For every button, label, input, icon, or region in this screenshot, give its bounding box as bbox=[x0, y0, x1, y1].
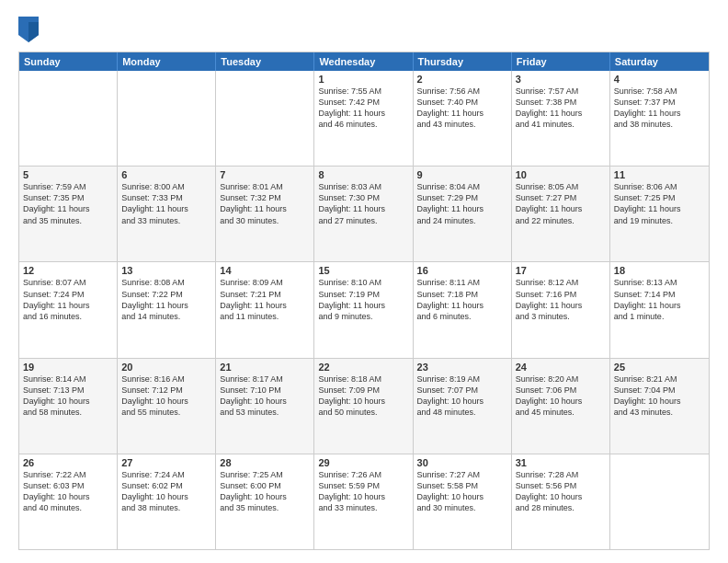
calendar: SundayMondayTuesdayWednesdayThursdayFrid… bbox=[18, 52, 710, 550]
cell-info: Sunrise: 8:21 AM Sunset: 7:04 PM Dayligh… bbox=[614, 373, 705, 419]
cell-info: Sunrise: 8:13 AM Sunset: 7:14 PM Dayligh… bbox=[614, 277, 705, 322]
calendar-cell: 22Sunrise: 8:18 AM Sunset: 7:09 PM Dayli… bbox=[314, 359, 413, 454]
day-number: 10 bbox=[516, 169, 606, 180]
calendar-cell: 8Sunrise: 8:03 AM Sunset: 7:30 PM Daylig… bbox=[314, 167, 413, 261]
cell-info: Sunrise: 8:19 AM Sunset: 7:07 PM Dayligh… bbox=[417, 373, 507, 419]
cell-info: Sunrise: 8:04 AM Sunset: 7:29 PM Dayligh… bbox=[417, 181, 507, 226]
calendar-cell: 12Sunrise: 8:07 AM Sunset: 7:24 PM Dayli… bbox=[19, 262, 118, 357]
header bbox=[18, 17, 710, 42]
day-number: 30 bbox=[417, 457, 507, 468]
cell-info: Sunrise: 8:07 AM Sunset: 7:24 PM Dayligh… bbox=[23, 277, 113, 322]
calendar-row: 5Sunrise: 7:59 AM Sunset: 7:35 PM Daylig… bbox=[19, 166, 709, 261]
day-number: 31 bbox=[516, 457, 606, 468]
calendar-cell: 31Sunrise: 7:28 AM Sunset: 5:56 PM Dayli… bbox=[512, 454, 610, 549]
calendar-cell: 24Sunrise: 8:20 AM Sunset: 7:06 PM Dayli… bbox=[512, 359, 610, 454]
calendar-cell: 29Sunrise: 7:26 AM Sunset: 5:59 PM Dayli… bbox=[314, 454, 413, 549]
calendar-cell: 27Sunrise: 7:24 AM Sunset: 6:02 PM Dayli… bbox=[118, 454, 216, 549]
calendar-cell: 18Sunrise: 8:13 AM Sunset: 7:14 PM Dayli… bbox=[610, 262, 709, 357]
calendar-cell: 23Sunrise: 8:19 AM Sunset: 7:07 PM Dayli… bbox=[414, 359, 512, 454]
cell-info: Sunrise: 8:03 AM Sunset: 7:30 PM Dayligh… bbox=[318, 181, 408, 226]
logo-icon bbox=[18, 17, 39, 42]
day-number: 11 bbox=[614, 169, 705, 180]
cell-info: Sunrise: 7:58 AM Sunset: 7:37 PM Dayligh… bbox=[614, 86, 705, 131]
calendar-cell bbox=[118, 71, 216, 166]
calendar-cell: 13Sunrise: 8:08 AM Sunset: 7:22 PM Dayli… bbox=[118, 262, 216, 357]
calendar-cell: 26Sunrise: 7:22 AM Sunset: 6:03 PM Dayli… bbox=[19, 454, 118, 549]
day-number: 29 bbox=[318, 457, 408, 468]
day-number: 5 bbox=[23, 169, 113, 180]
day-number: 7 bbox=[220, 169, 310, 180]
day-number: 1 bbox=[318, 74, 408, 85]
day-number: 13 bbox=[121, 265, 211, 276]
cell-info: Sunrise: 8:20 AM Sunset: 7:06 PM Dayligh… bbox=[516, 373, 606, 419]
day-number: 8 bbox=[318, 169, 408, 180]
day-number: 15 bbox=[318, 265, 408, 276]
calendar-cell: 30Sunrise: 7:27 AM Sunset: 5:58 PM Dayli… bbox=[414, 454, 512, 549]
calendar-row: 1Sunrise: 7:55 AM Sunset: 7:42 PM Daylig… bbox=[19, 71, 709, 166]
calendar-cell bbox=[610, 454, 709, 549]
cell-info: Sunrise: 7:55 AM Sunset: 7:42 PM Dayligh… bbox=[318, 86, 408, 131]
day-number: 18 bbox=[614, 265, 705, 276]
calendar-body: 1Sunrise: 7:55 AM Sunset: 7:42 PM Daylig… bbox=[19, 71, 709, 549]
cell-info: Sunrise: 7:25 AM Sunset: 6:00 PM Dayligh… bbox=[220, 469, 310, 514]
svg-marker-1 bbox=[28, 22, 39, 42]
logo bbox=[18, 17, 42, 42]
cell-info: Sunrise: 7:28 AM Sunset: 5:56 PM Dayligh… bbox=[516, 469, 606, 514]
calendar-cell: 20Sunrise: 8:16 AM Sunset: 7:12 PM Dayli… bbox=[118, 359, 216, 454]
cell-info: Sunrise: 8:14 AM Sunset: 7:13 PM Dayligh… bbox=[23, 373, 113, 419]
day-number: 27 bbox=[121, 457, 211, 468]
day-number: 24 bbox=[516, 362, 606, 373]
cell-info: Sunrise: 7:22 AM Sunset: 6:03 PM Dayligh… bbox=[23, 469, 113, 514]
calendar-row: 26Sunrise: 7:22 AM Sunset: 6:03 PM Dayli… bbox=[19, 454, 709, 549]
calendar-cell: 10Sunrise: 8:05 AM Sunset: 7:27 PM Dayli… bbox=[512, 167, 610, 261]
weekday-header: Monday bbox=[118, 52, 216, 71]
cell-info: Sunrise: 8:09 AM Sunset: 7:21 PM Dayligh… bbox=[220, 277, 310, 322]
calendar-cell: 28Sunrise: 7:25 AM Sunset: 6:00 PM Dayli… bbox=[216, 454, 314, 549]
calendar-cell: 7Sunrise: 8:01 AM Sunset: 7:32 PM Daylig… bbox=[216, 167, 314, 261]
calendar-cell: 19Sunrise: 8:14 AM Sunset: 7:13 PM Dayli… bbox=[19, 359, 118, 454]
cell-info: Sunrise: 8:16 AM Sunset: 7:12 PM Dayligh… bbox=[121, 373, 211, 419]
cell-info: Sunrise: 8:12 AM Sunset: 7:16 PM Dayligh… bbox=[516, 277, 606, 322]
calendar-cell: 17Sunrise: 8:12 AM Sunset: 7:16 PM Dayli… bbox=[512, 262, 610, 357]
day-number: 3 bbox=[516, 74, 606, 85]
cell-info: Sunrise: 7:59 AM Sunset: 7:35 PM Dayligh… bbox=[23, 181, 113, 226]
calendar-header: SundayMondayTuesdayWednesdayThursdayFrid… bbox=[19, 52, 709, 71]
calendar-cell: 25Sunrise: 8:21 AM Sunset: 7:04 PM Dayli… bbox=[610, 359, 709, 454]
cell-info: Sunrise: 8:10 AM Sunset: 7:19 PM Dayligh… bbox=[318, 277, 408, 322]
calendar-cell: 6Sunrise: 8:00 AM Sunset: 7:33 PM Daylig… bbox=[118, 167, 216, 261]
cell-info: Sunrise: 8:01 AM Sunset: 7:32 PM Dayligh… bbox=[220, 181, 310, 226]
calendar-cell bbox=[19, 71, 118, 166]
day-number: 6 bbox=[121, 169, 211, 180]
day-number: 4 bbox=[614, 74, 705, 85]
cell-info: Sunrise: 7:27 AM Sunset: 5:58 PM Dayligh… bbox=[417, 469, 507, 514]
cell-info: Sunrise: 8:05 AM Sunset: 7:27 PM Dayligh… bbox=[516, 181, 606, 226]
day-number: 20 bbox=[121, 362, 211, 373]
day-number: 28 bbox=[220, 457, 310, 468]
day-number: 22 bbox=[318, 362, 408, 373]
day-number: 23 bbox=[417, 362, 507, 373]
page: SundayMondayTuesdayWednesdayThursdayFrid… bbox=[0, 0, 728, 563]
day-number: 26 bbox=[23, 457, 113, 468]
weekday-header: Wednesday bbox=[314, 52, 413, 71]
calendar-cell: 5Sunrise: 7:59 AM Sunset: 7:35 PM Daylig… bbox=[19, 167, 118, 261]
calendar-cell: 9Sunrise: 8:04 AM Sunset: 7:29 PM Daylig… bbox=[414, 167, 512, 261]
calendar-cell bbox=[216, 71, 314, 166]
calendar-cell: 21Sunrise: 8:17 AM Sunset: 7:10 PM Dayli… bbox=[216, 359, 314, 454]
day-number: 17 bbox=[516, 265, 606, 276]
cell-info: Sunrise: 8:08 AM Sunset: 7:22 PM Dayligh… bbox=[121, 277, 211, 322]
day-number: 25 bbox=[614, 362, 705, 373]
calendar-cell: 4Sunrise: 7:58 AM Sunset: 7:37 PM Daylig… bbox=[610, 71, 709, 166]
calendar-cell: 11Sunrise: 8:06 AM Sunset: 7:25 PM Dayli… bbox=[610, 167, 709, 261]
calendar-row: 19Sunrise: 8:14 AM Sunset: 7:13 PM Dayli… bbox=[19, 358, 709, 454]
cell-info: Sunrise: 7:24 AM Sunset: 6:02 PM Dayligh… bbox=[121, 469, 211, 514]
weekday-header: Saturday bbox=[610, 52, 709, 71]
day-number: 14 bbox=[220, 265, 310, 276]
weekday-header: Tuesday bbox=[216, 52, 314, 71]
cell-info: Sunrise: 7:26 AM Sunset: 5:59 PM Dayligh… bbox=[318, 469, 408, 514]
day-number: 19 bbox=[23, 362, 113, 373]
calendar-cell: 16Sunrise: 8:11 AM Sunset: 7:18 PM Dayli… bbox=[414, 262, 512, 357]
calendar-cell: 15Sunrise: 8:10 AM Sunset: 7:19 PM Dayli… bbox=[314, 262, 413, 357]
cell-info: Sunrise: 8:11 AM Sunset: 7:18 PM Dayligh… bbox=[417, 277, 507, 322]
cell-info: Sunrise: 8:17 AM Sunset: 7:10 PM Dayligh… bbox=[220, 373, 310, 419]
calendar-cell: 3Sunrise: 7:57 AM Sunset: 7:38 PM Daylig… bbox=[512, 71, 610, 166]
